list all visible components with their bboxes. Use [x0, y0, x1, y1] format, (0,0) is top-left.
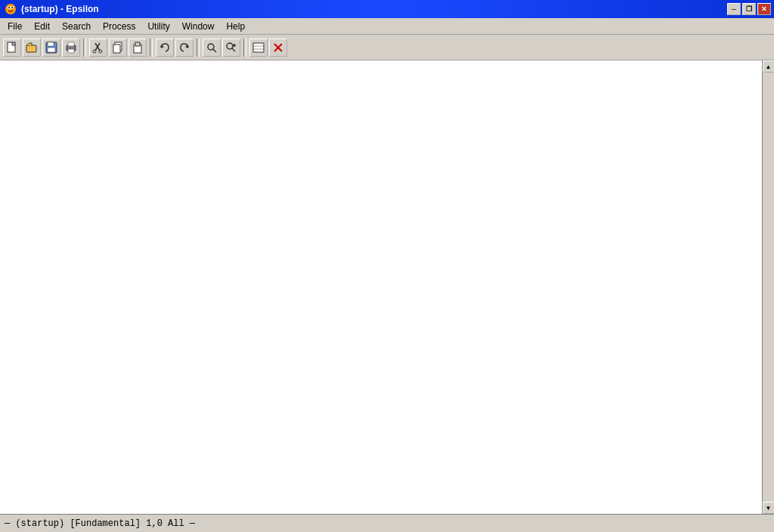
- menu-utility[interactable]: Utility: [141, 18, 175, 34]
- svg-point-0: [5, 4, 16, 14]
- status-bar: — (startup) [Fundamental] 1,0 All —: [0, 514, 774, 532]
- menu-help[interactable]: Help: [220, 18, 251, 34]
- svg-rect-13: [68, 49, 74, 53]
- print-button[interactable]: [62, 39, 80, 57]
- svg-point-3: [8, 7, 10, 8]
- restore-button[interactable]: ❐: [742, 3, 756, 15]
- save-button[interactable]: [42, 39, 60, 57]
- svg-rect-10: [48, 48, 55, 52]
- title-bar: (startup) - Epsilon ─ ❐ ✕: [0, 0, 774, 18]
- editor-area[interactable]: [0, 60, 762, 514]
- scroll-up-arrow[interactable]: ▲: [763, 60, 775, 73]
- menu-process[interactable]: Process: [97, 18, 141, 34]
- new-button[interactable]: [3, 39, 21, 57]
- svg-point-16: [93, 50, 96, 53]
- svg-rect-19: [113, 45, 120, 53]
- svg-point-4: [11, 7, 13, 8]
- title-bar-left: (startup) - Epsilon: [5, 3, 99, 15]
- menu-bar: File Edit Search Process Utility Window …: [0, 18, 774, 35]
- svg-rect-30: [253, 43, 264, 52]
- menu-edit[interactable]: Edit: [28, 18, 56, 34]
- svg-point-24: [208, 44, 214, 50]
- status-text: — (startup) [Fundamental] 1,0 All —: [5, 518, 195, 529]
- svg-rect-9: [48, 42, 54, 46]
- svg-rect-5: [8, 42, 15, 52]
- toolbar: [0, 35, 774, 60]
- cut-button[interactable]: [89, 39, 107, 57]
- separator-3: [197, 39, 200, 57]
- close-document-button[interactable]: [269, 39, 287, 57]
- window-close-button[interactable]: ✕: [757, 3, 771, 15]
- menu-window[interactable]: Window: [176, 18, 221, 34]
- status-line: — (startup) [Fundamental] 1,0 All —: [5, 518, 769, 529]
- minimize-button[interactable]: ─: [727, 3, 741, 15]
- svg-rect-12: [68, 42, 74, 46]
- scroll-down-arrow[interactable]: ▼: [763, 502, 775, 514]
- svg-rect-7: [26, 45, 36, 52]
- open-button[interactable]: [23, 39, 41, 57]
- menu-file[interactable]: File: [2, 18, 28, 34]
- title-text: (startup) - Epsilon: [21, 4, 99, 14]
- svg-line-27: [232, 48, 235, 51]
- find-button[interactable]: [203, 39, 221, 57]
- app-icon: [5, 3, 17, 15]
- find-next-button[interactable]: [222, 39, 240, 57]
- title-bar-controls: ─ ❐ ✕: [727, 3, 771, 15]
- svg-line-25: [213, 49, 216, 52]
- separator-2: [150, 39, 153, 57]
- svg-rect-21: [135, 42, 140, 46]
- undo-button[interactable]: [156, 39, 174, 57]
- vertical-scrollbar[interactable]: ▲ ▼: [762, 60, 774, 514]
- redo-button[interactable]: [175, 39, 194, 57]
- copy-button[interactable]: [109, 39, 127, 57]
- buffer-button[interactable]: [249, 39, 268, 57]
- separator-1: [83, 39, 86, 57]
- separator-4: [243, 39, 246, 57]
- svg-point-17: [99, 50, 102, 53]
- menu-search[interactable]: Search: [56, 18, 97, 34]
- paste-button[interactable]: [128, 39, 147, 57]
- scroll-track-vertical[interactable]: [763, 73, 774, 502]
- svg-point-26: [227, 43, 233, 49]
- editor-container: ▲ ▼: [0, 60, 774, 514]
